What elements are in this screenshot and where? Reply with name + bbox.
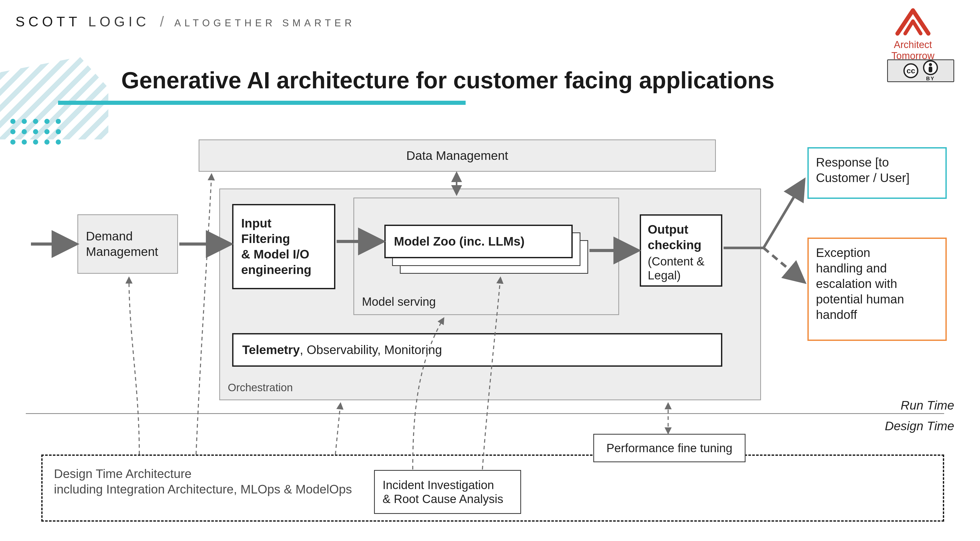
connector-overlay [0, 0, 980, 541]
svg-line-7 [764, 181, 803, 248]
svg-line-8 [764, 248, 803, 281]
